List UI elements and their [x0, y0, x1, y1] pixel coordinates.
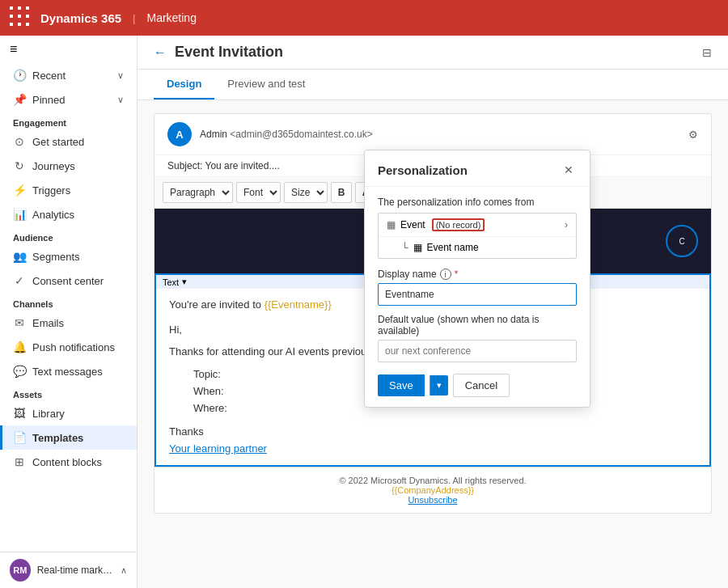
subject-text: You are invited....: [205, 160, 279, 171]
page-settings-icon[interactable]: ⊟: [702, 46, 712, 59]
sidebar-item-journeys[interactable]: ↻ Journeys: [0, 154, 137, 178]
save-dropdown-button[interactable]: ▾: [430, 375, 448, 396]
email-sender-info: Admin <admin@d365domaintest.co.uk>: [200, 129, 373, 140]
learning-partner-link[interactable]: Your learning partner: [169, 442, 267, 455]
email-body-partner: Your learning partner: [169, 441, 696, 458]
personalization-info-label: The personalization info comes from: [378, 197, 577, 208]
pin-icon: 📌: [13, 93, 26, 106]
journeys-label: Journeys: [32, 160, 75, 172]
modal-header: Personalization ✕: [365, 150, 590, 187]
default-value-input[interactable]: [378, 340, 577, 362]
invite-static: You're are invited to: [169, 298, 265, 311]
emails-label: Emails: [32, 317, 64, 329]
paragraph-select[interactable]: Paragraph: [163, 182, 233, 203]
display-name-label: Display name i *: [378, 269, 577, 280]
templates-label: Templates: [32, 432, 83, 444]
sms-label: Text messages: [32, 366, 103, 378]
event-tree-icon: ▦: [387, 219, 396, 231]
banner-circle: C: [666, 225, 698, 257]
segments-label: Segments: [32, 251, 80, 263]
chevron-down-icon: ∨: [117, 95, 124, 105]
sidebar-item-analytics[interactable]: 📊 Analytics: [0, 202, 137, 226]
assets-group-label: Assets: [0, 383, 137, 401]
unsubscribe-link[interactable]: Unsubscribe: [167, 495, 698, 505]
triggers-label: Triggers: [32, 184, 70, 197]
tree-chevron-icon: ›: [565, 219, 568, 231]
consent-icon: ✓: [13, 274, 26, 287]
tree-item-event[interactable]: ▦ Event (No record) ›: [379, 214, 576, 236]
grid-icon[interactable]: [10, 6, 32, 29]
toolbar-chevron-icon: ▾: [182, 277, 187, 287]
avatar: RM: [10, 559, 31, 582]
sidebar-item-sms[interactable]: 💬 Text messages: [0, 359, 137, 383]
chevron-down-icon: ∨: [117, 70, 124, 81]
back-button[interactable]: ←: [154, 45, 167, 60]
sidebar-item-content-blocks[interactable]: ⊞ Content blocks: [0, 450, 137, 474]
save-button[interactable]: Save: [378, 374, 425, 396]
avatar-text: RM: [13, 565, 27, 575]
sidebar-item-triggers[interactable]: ⚡ Triggers: [0, 178, 137, 202]
cancel-button[interactable]: Cancel: [453, 374, 510, 397]
push-label: Push notifications: [32, 341, 115, 353]
sidebar-item-library[interactable]: 🖼 Library: [0, 401, 137, 425]
sidebar-item-templates[interactable]: 📄 Templates: [0, 425, 137, 450]
sidebar-toggle[interactable]: ≡: [0, 36, 137, 63]
sidebar-item-pinned[interactable]: 📌 Pinned ∨: [0, 87, 137, 112]
eventname-placeholder[interactable]: {{Eventname}}: [265, 298, 332, 311]
recent-label: Recent: [32, 70, 66, 82]
tab-preview[interactable]: Preview and test: [214, 70, 318, 99]
sidebar-item-segments[interactable]: 👥 Segments: [0, 244, 137, 269]
email-settings-icon[interactable]: ⚙: [688, 129, 698, 141]
subject-prefix: Subject:: [167, 160, 202, 171]
font-select[interactable]: Font: [236, 182, 281, 203]
footer-chevron-icon: ∧: [121, 565, 127, 576]
email-footer: © 2022 Microsoft Dynamics. All rights re…: [154, 467, 711, 513]
sidebar-item-emails[interactable]: ✉ Emails: [0, 311, 137, 335]
sidebar-item-consent[interactable]: ✓ Consent center: [0, 269, 137, 293]
tree-child-indent: └: [401, 242, 408, 253]
get-started-label: Get started: [32, 136, 84, 148]
bold-button[interactable]: B: [331, 182, 352, 203]
engagement-group-label: Engagement: [0, 112, 137, 129]
sender-avatar: A: [167, 122, 192, 146]
sms-icon: 💬: [13, 365, 26, 378]
pinned-label: Pinned: [32, 94, 65, 106]
size-select[interactable]: Size: [284, 182, 328, 203]
text-label: Text: [163, 277, 179, 287]
sidebar-item-get-started[interactable]: ⊙ Get started: [0, 129, 137, 154]
sidebar-item-recent[interactable]: 🕐 Recent ∨: [0, 63, 137, 87]
email-body-thanks2: Thanks: [169, 424, 696, 441]
push-icon: 🔔: [13, 341, 26, 353]
channels-group-label: Channels: [0, 293, 137, 311]
sender-name: Admin: [200, 129, 227, 140]
default-value-label: Default value (shown when no data is ava…: [378, 314, 577, 336]
analytics-icon: 📊: [13, 208, 26, 221]
topbar: Dynamics 365 | Marketing: [0, 0, 728, 36]
sender-email: <admin@d365domaintest.co.uk>: [230, 129, 372, 140]
analytics-label: Analytics: [32, 209, 74, 221]
segments-icon: 👥: [13, 250, 26, 263]
journeys-icon: ↻: [13, 159, 26, 172]
tree-item-event-name[interactable]: └ ▦ Event name: [379, 236, 576, 258]
modal-close-button[interactable]: ✕: [561, 162, 577, 178]
required-star: *: [455, 269, 459, 280]
info-icon: i: [440, 269, 451, 280]
event-name-label: Event name: [427, 242, 479, 253]
modal-title: Personalization: [378, 163, 468, 177]
tab-design[interactable]: Design: [154, 70, 214, 99]
module-name: Marketing: [146, 11, 196, 24]
footer-label: Real-time marketi...: [37, 565, 114, 576]
get-started-icon: ⊙: [13, 135, 26, 148]
footer-copyright: © 2022 Microsoft Dynamics. All rights re…: [167, 476, 698, 485]
topbar-divider: |: [133, 12, 135, 24]
banner-text: C: [679, 237, 684, 246]
page-header: ← Event Invitation ⊟: [138, 36, 728, 70]
personalization-modal: Personalization ✕ The personalization in…: [364, 150, 590, 408]
consent-label: Consent center: [32, 275, 104, 287]
sidebar-item-push[interactable]: 🔔 Push notifications: [0, 335, 137, 359]
modal-body: The personalization info comes from ▦ Ev…: [365, 187, 590, 407]
sidebar-footer[interactable]: RM Real-time marketi... ∧: [0, 552, 137, 588]
app-name: Dynamics 365: [40, 11, 121, 25]
tabs-bar: Design Preview and test: [138, 70, 728, 100]
display-name-input[interactable]: [378, 283, 577, 306]
